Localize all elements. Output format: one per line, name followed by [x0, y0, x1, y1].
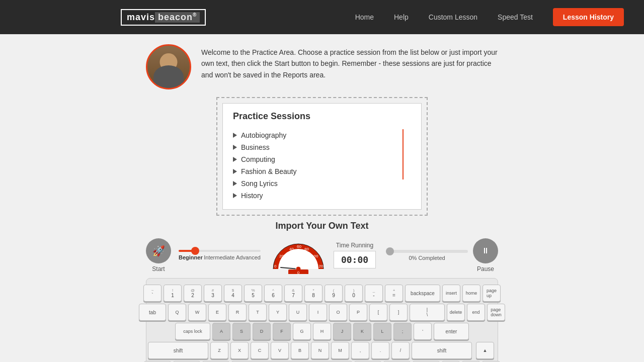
- nav-home[interactable]: Home: [355, 13, 374, 21]
- key-s[interactable]: S: [232, 323, 251, 340]
- key-u[interactable]: U: [289, 304, 307, 321]
- speed-slider-area: Beginner Intermediate Advanced: [171, 250, 268, 260]
- key-v[interactable]: V: [271, 342, 289, 359]
- key-m[interactable]: M: [331, 342, 349, 359]
- key-lshift[interactable]: shift: [148, 342, 208, 359]
- speed-labels: Beginner Intermediate Advanced: [179, 254, 261, 260]
- play-arrow-icon: [233, 193, 237, 198]
- key-7[interactable]: &7: [284, 285, 302, 302]
- rocket-icon: 🚀: [152, 245, 165, 257]
- progress-track[interactable]: [386, 250, 468, 253]
- key-semicolon[interactable]: ;: [393, 323, 412, 340]
- play-arrow-icon: [233, 181, 237, 186]
- key-end[interactable]: end: [467, 304, 485, 321]
- key-o[interactable]: O: [329, 304, 347, 321]
- key-comma[interactable]: ,: [351, 342, 369, 359]
- key-insert[interactable]: insert: [442, 285, 460, 302]
- key-backslash[interactable]: |\: [410, 304, 445, 321]
- key-equals[interactable]: +=: [385, 285, 403, 302]
- key-y[interactable]: Y: [269, 304, 287, 321]
- key-period[interactable]: .: [371, 342, 389, 359]
- session-history[interactable]: History: [233, 190, 395, 202]
- session-song-lyrics[interactable]: Song Lyrics: [233, 177, 395, 190]
- key-0[interactable]: )0: [345, 285, 363, 302]
- avatar-image: [147, 46, 190, 88]
- time-label: Time Running: [336, 242, 373, 249]
- svg-text:100: 100: [311, 254, 318, 258]
- session-business[interactable]: Business: [233, 141, 395, 153]
- kb-row-3: caps lock A S D F G H J K L ; ' enter: [152, 323, 492, 340]
- kb-row-2: tab Q W E R T Y U I O P [ ] |\ delete en…: [152, 304, 492, 321]
- key-w[interactable]: W: [188, 304, 206, 321]
- key-b[interactable]: B: [291, 342, 309, 359]
- practice-sessions-title: Practice Sessions: [233, 111, 411, 122]
- key-rbracket[interactable]: ]: [389, 304, 408, 321]
- key-z[interactable]: Z: [210, 342, 228, 359]
- key-i[interactable]: I: [309, 304, 327, 321]
- speed-track[interactable]: [179, 250, 261, 252]
- key-tab[interactable]: tab: [139, 304, 166, 321]
- key-h[interactable]: H: [313, 323, 331, 340]
- logo-mavis: mavis: [127, 12, 155, 23]
- key-5[interactable]: %5: [244, 285, 262, 302]
- key-delete[interactable]: delete: [447, 304, 465, 321]
- nav-help[interactable]: Help: [394, 13, 409, 21]
- lesson-history-button[interactable]: Lesson History: [553, 8, 624, 26]
- key-9[interactable]: (9: [325, 285, 343, 302]
- key-e[interactable]: E: [208, 304, 226, 321]
- key-d[interactable]: D: [253, 323, 271, 340]
- practice-sessions-wrapper: Practice Sessions Autobiography Business…: [216, 97, 428, 216]
- key-l[interactable]: L: [373, 323, 391, 340]
- sessions-divider: [403, 129, 404, 179]
- nav-speed-test[interactable]: Speed Test: [498, 13, 533, 21]
- key-x[interactable]: X: [230, 342, 249, 359]
- key-6[interactable]: ^6: [264, 285, 282, 302]
- pause-button[interactable]: ⏸: [473, 238, 498, 263]
- key-2[interactable]: @2: [184, 285, 202, 302]
- key-q[interactable]: Q: [168, 304, 186, 321]
- key-lbracket[interactable]: [: [369, 304, 387, 321]
- speed-label-beginner: Beginner: [179, 254, 203, 260]
- start-button[interactable]: 🚀: [146, 238, 171, 263]
- key-n[interactable]: N: [311, 342, 329, 359]
- key-g[interactable]: G: [293, 323, 311, 340]
- key-a[interactable]: A: [212, 323, 230, 340]
- key-rshift[interactable]: shift: [412, 342, 472, 359]
- key-k[interactable]: K: [353, 323, 371, 340]
- key-up-arrow[interactable]: ▲: [476, 342, 494, 359]
- key-p[interactable]: P: [349, 304, 367, 321]
- svg-text:120: 120: [316, 264, 324, 268]
- key-capslock[interactable]: caps lock: [175, 323, 210, 340]
- key-4[interactable]: $4: [224, 285, 242, 302]
- pause-button-area: ⏸ Pause: [473, 238, 498, 273]
- welcome-text: Welcome to the Practice Area. Choose a p…: [201, 44, 498, 80]
- key-t[interactable]: T: [249, 304, 267, 321]
- key-3[interactable]: #3: [204, 285, 222, 302]
- session-fashion-beauty[interactable]: Fashion & Beauty: [233, 165, 395, 177]
- main-nav: Home Help Custom Lesson Speed Test Lesso…: [355, 8, 624, 26]
- key-r[interactable]: R: [228, 304, 247, 321]
- key-pageup[interactable]: pageup: [482, 285, 501, 302]
- key-enter[interactable]: enter: [434, 323, 469, 340]
- key-f[interactable]: F: [273, 323, 291, 340]
- key-tilde[interactable]: ~`: [143, 285, 162, 302]
- key-minus[interactable]: _-: [365, 285, 383, 302]
- speed-thumb[interactable]: [191, 247, 199, 255]
- session-autobiography[interactable]: Autobiography: [233, 129, 395, 141]
- key-slash[interactable]: /: [391, 342, 410, 359]
- key-8[interactable]: *8: [304, 285, 323, 302]
- key-c[interactable]: C: [251, 342, 269, 359]
- key-pagedown[interactable]: pagedown: [487, 304, 505, 321]
- play-arrow-icon: [233, 145, 237, 150]
- svg-text:80: 80: [304, 247, 309, 251]
- keyboard-area: ~` !1 @2 #3 $4 %5 ^6 &7 *8 (9 )0 _- += b…: [146, 278, 498, 362]
- kb-row-1: ~` !1 @2 #3 $4 %5 ^6 &7 *8 (9 )0 _- += b…: [152, 285, 492, 302]
- key-1[interactable]: !1: [164, 285, 182, 302]
- progress-thumb[interactable]: [386, 247, 394, 255]
- key-home[interactable]: home: [462, 285, 480, 302]
- key-quote[interactable]: ': [414, 323, 432, 340]
- session-computing[interactable]: Computing: [233, 153, 395, 165]
- key-j[interactable]: J: [333, 323, 351, 340]
- nav-custom-lesson[interactable]: Custom Lesson: [429, 13, 477, 21]
- key-backspace[interactable]: backspace: [405, 285, 440, 302]
